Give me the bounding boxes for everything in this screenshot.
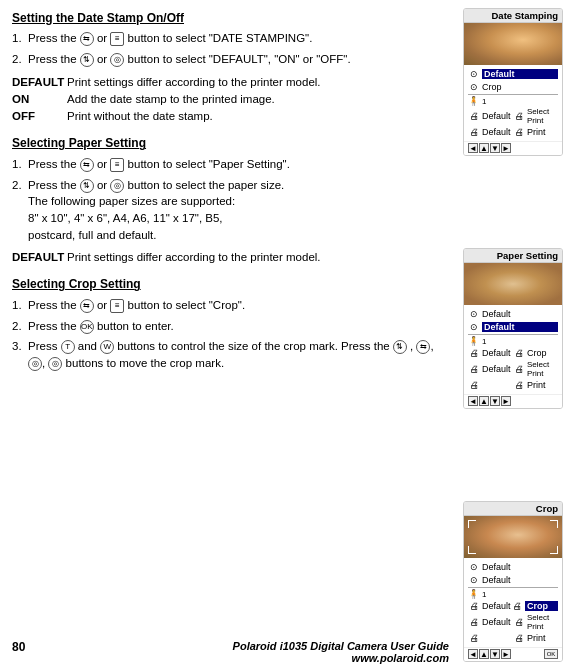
- panel2-print-icon6: 🖨: [513, 379, 525, 391]
- panel3-nav-down[interactable]: ▼: [490, 649, 500, 659]
- panel2-print-icon2: 🖨: [513, 347, 525, 359]
- def-desc-default: Print settings differ according to the p…: [67, 74, 321, 91]
- panel3-nav-ok[interactable]: OK: [544, 649, 558, 659]
- section1-definitions: DEFAULT Print settings differ according …: [12, 74, 449, 126]
- icon-t: T: [61, 340, 75, 354]
- crop-mark-br: [550, 546, 558, 554]
- panel1-print-icon2: 🖨: [513, 110, 525, 122]
- panel1-body: ⊙ Default ⊙ Crop 🧍 1 🖨 Default 🖨 Select …: [464, 65, 562, 141]
- panel3-print-icon5: 🖨: [468, 632, 480, 644]
- icon-dial-1: ◎: [110, 53, 124, 67]
- panel2-dial-icon2: ⊙: [468, 321, 480, 333]
- panel3-nav: ◄ ▲ ▼ ► OK: [464, 647, 562, 661]
- icon-up-down-1: ⇅: [80, 53, 94, 67]
- icon-lr-3: ⇆: [416, 340, 430, 354]
- panel3-row5: 🖨 🖨 Print: [468, 632, 558, 644]
- panel2-row3: 🖨 Default 🖨 Crop: [468, 347, 558, 359]
- def-term-default: DEFAULT: [12, 74, 67, 91]
- panel2-count: 1: [482, 337, 486, 346]
- panel1-num: 🧍: [468, 96, 479, 106]
- panel3-print: Print: [527, 633, 558, 643]
- panel2-body: ⊙ Default ⊙ Default 🧍 1 🖨 Default 🖨 Crop: [464, 305, 562, 394]
- panel2-nav-down[interactable]: ▼: [490, 396, 500, 406]
- panel3-person: 🧍: [468, 589, 479, 599]
- panel3-default4: Default: [482, 617, 513, 627]
- panel2-row5: 🖨 🖨 Print: [468, 379, 558, 391]
- panel3-row2: ⊙ Default: [468, 574, 558, 586]
- panel2-photo: [464, 263, 562, 305]
- panel2-crop: Crop: [527, 348, 558, 358]
- panel1-row1: ⊙ Default: [468, 68, 558, 80]
- right-panels: Date Stamping ⊙ Default ⊙ Crop 🧍 1 �: [461, 0, 566, 670]
- panel1-nav-right[interactable]: ►: [501, 143, 511, 153]
- panel1-nav: ◄ ▲ ▼ ►: [464, 141, 562, 155]
- panel2-nav-up[interactable]: ▲: [479, 396, 489, 406]
- panel1-label-crop: Crop: [482, 82, 558, 92]
- panel1-print-icon1: 🖨: [468, 110, 480, 122]
- panel1-photo: [464, 23, 562, 65]
- def-desc-on: Add the date stamp to the printed image.: [67, 91, 275, 108]
- panel2-print-icon4: 🖨: [513, 363, 525, 375]
- panel-date-stamping: Date Stamping ⊙ Default ⊙ Crop 🧍 1 �: [463, 8, 563, 156]
- def-desc-off: Print without the date stamp.: [67, 108, 213, 125]
- panel1-print-icon3: 🖨: [468, 126, 480, 138]
- panel1-row3: 🖨 Default 🖨 Select Print: [468, 107, 558, 125]
- def-term-on: ON: [12, 91, 67, 108]
- panel2-person: 🧍: [468, 336, 479, 346]
- panel3-row1: ⊙ Default: [468, 561, 558, 573]
- panel2-divider: 🧍 1: [468, 334, 558, 346]
- icon-dial-3b: ◎: [48, 357, 62, 371]
- panel1-count: 1: [482, 97, 486, 106]
- panel2-label-default2: Default: [482, 322, 558, 332]
- icon-menu-2: ≡: [110, 158, 124, 172]
- section-crop-setting: Selecting Crop Setting 1. Press the ⇆ or…: [12, 276, 449, 371]
- panel3-nav-left[interactable]: ◄: [468, 649, 478, 659]
- footer-title: Polaroid i1035 Digital Camera User Guide: [233, 640, 449, 652]
- section3-title: Selecting Crop Setting: [12, 276, 449, 293]
- panel3-nav-up[interactable]: ▲: [479, 649, 489, 659]
- panel2-header: Paper Setting: [464, 249, 562, 263]
- panel3-nav-right[interactable]: ►: [501, 649, 511, 659]
- panel1-nav-down[interactable]: ▼: [490, 143, 500, 153]
- panel1-print-icon4: 🖨: [513, 126, 525, 138]
- section2-title: Selecting Paper Setting: [12, 135, 449, 152]
- panel2-row4: 🖨 Default 🖨 Select Print: [468, 360, 558, 378]
- panel3-print-icon1: 🖨: [468, 600, 480, 612]
- crop-mark-tr: [550, 520, 558, 528]
- panel2-label-default1: Default: [482, 309, 558, 319]
- panel3-print-icon4: 🖨: [513, 616, 525, 628]
- panel1-divider: 🧍 1: [468, 94, 558, 106]
- section1-step1: 1. Press the ⇆ or ≡ button to select "DA…: [12, 30, 449, 47]
- panel2-print: Print: [527, 380, 558, 390]
- panel1-dial-icon1: ⊙: [468, 68, 480, 80]
- panel3-row4: 🖨 Default 🖨 Select Print: [468, 613, 558, 631]
- def-term-off: OFF: [12, 108, 67, 125]
- panel3-dial-icon1: ⊙: [468, 561, 480, 573]
- panel1-default3: Default: [482, 127, 513, 137]
- section2-step1: 1. Press the ⇆ or ≡ button to select "Pa…: [12, 156, 449, 173]
- panel3-header: Crop: [464, 502, 562, 516]
- panel1-nav-up[interactable]: ▲: [479, 143, 489, 153]
- panel2-row2: ⊙ Default: [468, 321, 558, 333]
- panel2-print-icon5: 🖨: [468, 379, 480, 391]
- panel1-row2: ⊙ Crop: [468, 81, 558, 93]
- icon-ok-1: OK: [80, 320, 94, 334]
- panel1-nav-left[interactable]: ◄: [468, 143, 478, 153]
- section-date-stamp: Setting the Date Stamp On/Off 1. Press t…: [12, 10, 449, 125]
- panel3-crop-label: Crop: [525, 601, 558, 611]
- panel3-label-default1: Default: [482, 562, 558, 572]
- section3-step1: 1. Press the ⇆ or ≡ button to select "Cr…: [12, 297, 449, 314]
- panel1-label-default: Default: [482, 69, 558, 79]
- icon-menu-1: ≡: [110, 32, 124, 46]
- panel2-nav-left[interactable]: ◄: [468, 396, 478, 406]
- icon-w: W: [100, 340, 114, 354]
- icon-up-3: ⇅: [393, 340, 407, 354]
- panel2-nav-right[interactable]: ►: [501, 396, 511, 406]
- panel3-divider: 🧍 1: [468, 587, 558, 599]
- panel1-default2: Default: [482, 111, 513, 121]
- icon-left-right-1: ⇆: [80, 32, 94, 46]
- footer-url: www.polaroid.com: [352, 652, 449, 664]
- panel3-body: ⊙ Default ⊙ Default 🧍 1 🖨 Default 🖨 Crop: [464, 558, 562, 647]
- panel2-select-print: Select Print: [527, 360, 558, 378]
- section-paper-setting: Selecting Paper Setting 1. Press the ⇆ o…: [12, 135, 449, 266]
